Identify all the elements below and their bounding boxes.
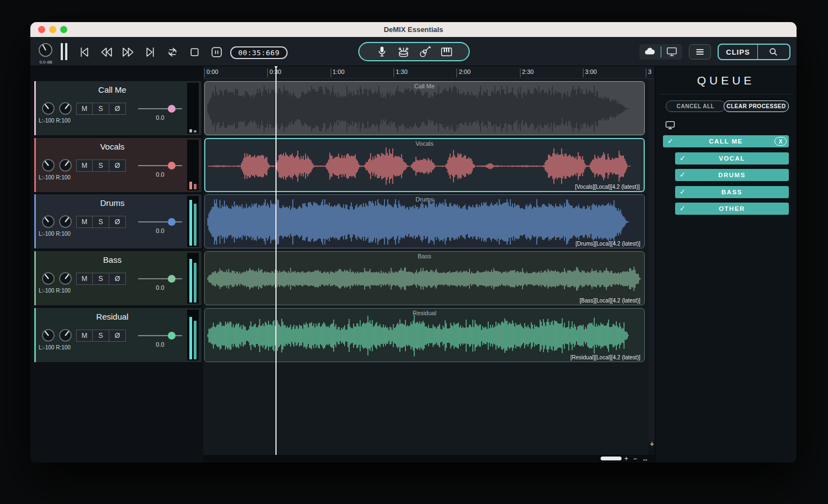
master-volume-knob[interactable] <box>38 43 53 57</box>
piano-stem-button[interactable] <box>439 45 454 59</box>
queue-stem-drums[interactable]: ✓DRUMS <box>675 169 789 181</box>
volume-value: 0.0 <box>138 114 182 121</box>
track-buttons: M S Ø <box>76 273 126 285</box>
track-color-stripe <box>34 251 36 305</box>
solo-button[interactable]: S <box>93 273 109 285</box>
solo-button[interactable]: S <box>93 216 109 228</box>
track-color-stripe <box>34 138 36 192</box>
clip-bass[interactable]: Bass [Bass][Local][4.2 (latest)] <box>204 251 645 305</box>
solo-button[interactable]: S <box>93 103 109 115</box>
cloud-processing-button[interactable] <box>639 44 661 60</box>
pan-left-knob[interactable] <box>41 328 55 342</box>
clip-drums[interactable]: Drums [Drums][Local][4.2 (latest)] <box>204 194 645 248</box>
clip-tag: [Bass][Local][4.2 (latest)] <box>580 298 640 304</box>
remove-job-button[interactable]: X <box>774 137 787 146</box>
phase-button[interactable]: Ø <box>109 160 126 172</box>
pan-right-knob[interactable] <box>59 272 72 285</box>
zoom-fit-button[interactable]: ↔ <box>642 455 649 463</box>
pan-left-knob[interactable] <box>41 158 55 172</box>
track-buttons: M S Ø <box>76 216 126 228</box>
track-header-call-me[interactable]: Call Me M S Ø 0.0 L:-100 R:100 <box>34 81 201 135</box>
loop-button[interactable] <box>163 44 182 60</box>
queue-job-call-me[interactable]: ✓ CALL ME X <box>663 135 789 147</box>
zoom-out-button[interactable]: − <box>633 455 637 463</box>
rewind-button[interactable] <box>97 44 116 60</box>
volume-slider-handle[interactable] <box>168 218 176 226</box>
skip-end-button[interactable] <box>141 44 160 60</box>
mute-button[interactable]: M <box>76 160 93 172</box>
stem-instrument-group <box>358 42 470 61</box>
skip-start-button[interactable] <box>75 44 94 60</box>
clips-button[interactable]: CLIPS <box>719 45 758 59</box>
drums-stem-button[interactable] <box>396 45 411 59</box>
cancel-all-button[interactable]: CANCEL ALL <box>666 100 725 112</box>
clip-residual[interactable]: Residual [Residual][Local][4.2 (latest)] <box>204 308 645 362</box>
queue-stem-other[interactable]: ✓OTHER <box>675 203 789 215</box>
track-buttons: M S Ø <box>76 160 126 172</box>
track-color-stripe <box>34 194 36 248</box>
solo-button[interactable]: S <box>93 330 109 342</box>
playhead[interactable] <box>275 66 277 455</box>
clip-call-me[interactable]: Call Me <box>204 81 645 135</box>
pan-range-label: L:-100 R:100 <box>39 118 71 124</box>
volume-slider-handle[interactable] <box>168 275 176 283</box>
pause-button[interactable] <box>207 44 226 60</box>
track-header-residual[interactable]: Residual M S Ø 0.0 L:-100 R:100 <box>34 308 201 362</box>
solo-button[interactable]: S <box>93 160 109 172</box>
zoom-in-button[interactable]: + <box>624 455 628 463</box>
ruler-tick: 0:30 <box>267 68 281 77</box>
app-window: DeMIX Essentials 0.0 dB <box>30 22 797 463</box>
mute-button[interactable]: M <box>76 216 93 228</box>
scrollbar-thumb[interactable] <box>601 457 622 460</box>
pan-left-knob[interactable] <box>41 102 55 115</box>
vocals-stem-button[interactable] <box>375 45 389 59</box>
track-color-stripe <box>34 308 36 362</box>
mute-button[interactable]: M <box>76 330 93 342</box>
horizontal-scrollbar[interactable]: + − ↔ <box>203 455 655 463</box>
volume-slider[interactable] <box>138 335 182 336</box>
track-header-bass[interactable]: Bass M S Ø 0.0 L:-100 R:100 <box>34 251 201 305</box>
piano-icon <box>440 45 453 59</box>
close-button[interactable] <box>38 26 45 33</box>
pan-right-knob[interactable] <box>59 102 72 115</box>
phase-button[interactable]: Ø <box>109 103 126 115</box>
pan-right-knob[interactable] <box>59 328 72 342</box>
queue-job-label: CALL ME <box>663 135 789 147</box>
fast-forward-button[interactable] <box>119 44 138 60</box>
volume-slider[interactable] <box>138 278 182 279</box>
volume-slider[interactable] <box>138 221 182 222</box>
search-button[interactable] <box>758 45 789 59</box>
queue-stem-vocal[interactable]: ✓VOCAL <box>675 152 789 165</box>
track-header-vocals[interactable]: Vocals M S Ø 0.0 L:-100 R:100 <box>34 138 201 192</box>
track-level-meter <box>187 83 199 134</box>
mute-button[interactable]: M <box>76 273 93 285</box>
track-header-drums[interactable]: Drums M S Ø 0.0 L:-100 R:100 <box>34 194 201 248</box>
timeline-ruler[interactable]: 0:000:301:001:302:002:303:003 <box>203 66 655 79</box>
stop-button[interactable] <box>185 44 204 60</box>
volume-slider-handle[interactable] <box>168 332 176 339</box>
phase-button[interactable]: Ø <box>109 330 126 342</box>
ruler-tick: 0:00 <box>204 68 218 77</box>
queue-stem-bass[interactable]: ✓BASS <box>675 186 789 198</box>
guitar-stem-button[interactable] <box>418 45 432 59</box>
vertical-scrollbar[interactable] <box>649 79 655 442</box>
pan-right-knob[interactable] <box>59 215 72 229</box>
local-processing-button[interactable] <box>661 44 683 60</box>
phase-button[interactable]: Ø <box>109 273 126 285</box>
clear-processed-button[interactable]: CLEAR PROCESSED <box>724 100 789 112</box>
mute-button[interactable]: M <box>76 103 93 115</box>
zoom-button[interactable] <box>60 26 67 33</box>
track-level-meter <box>187 310 199 360</box>
volume-slider-handle[interactable] <box>168 105 176 113</box>
volume-slider[interactable] <box>138 108 182 109</box>
pan-left-knob[interactable] <box>41 215 55 229</box>
minimize-button[interactable] <box>49 26 56 33</box>
pan-left-knob[interactable] <box>41 272 55 285</box>
pan-right-knob[interactable] <box>59 158 72 172</box>
volume-slider[interactable] <box>138 165 182 166</box>
track-title: Bass <box>45 255 179 264</box>
volume-slider-handle[interactable] <box>168 162 176 169</box>
phase-button[interactable]: Ø <box>109 216 126 228</box>
clip-vocals[interactable]: Vocals [Vocals][Local][4.2 (latest)] <box>204 138 645 192</box>
menu-button[interactable] <box>689 44 711 60</box>
